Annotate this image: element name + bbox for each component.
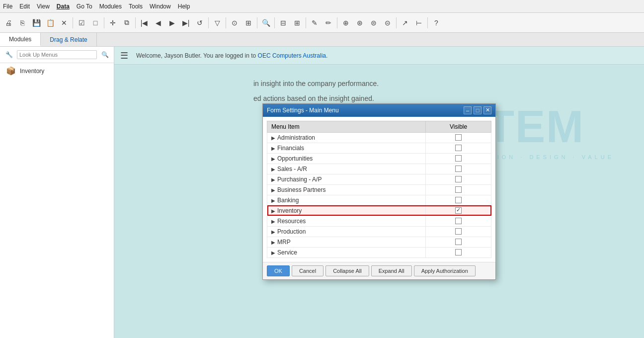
- form-settings-dialog: Form Settings - Main Menu – □ ✕ Men: [262, 103, 496, 280]
- ok-button[interactable]: OK: [267, 265, 290, 276]
- visible-cell[interactable]: [426, 195, 491, 205]
- expand-arrow-icon[interactable]: ▶: [271, 229, 275, 235]
- expand-arrow-icon[interactable]: ▶: [271, 240, 275, 245]
- menu-item-cell: ▶Production: [267, 226, 426, 237]
- expand-arrow-icon[interactable]: ▶: [271, 208, 275, 214]
- table-row: ▶Resources: [267, 216, 491, 226]
- visible-cell[interactable]: [426, 184, 491, 195]
- dialog-close[interactable]: ✕: [483, 106, 491, 114]
- visible-cell[interactable]: [426, 216, 491, 226]
- menu-item-label: Sales - A/R: [277, 166, 307, 172]
- toolbar-view2[interactable]: ⊞: [242, 16, 255, 29]
- toolbar-help[interactable]: ?: [430, 16, 443, 29]
- visible-cell[interactable]: [426, 132, 491, 143]
- collapse-all-button[interactable]: Collapse All: [325, 265, 369, 276]
- expand-all-button[interactable]: Expand All: [371, 265, 412, 276]
- checkbox[interactable]: [455, 228, 462, 235]
- apply-auth-button[interactable]: Apply Authorization: [414, 265, 476, 276]
- visible-cell[interactable]: [426, 237, 491, 247]
- visible-cell[interactable]: [426, 247, 491, 257]
- checkbox[interactable]: [455, 176, 462, 182]
- checkbox[interactable]: [455, 197, 462, 203]
- menu-help[interactable]: Help: [178, 3, 190, 10]
- search-input[interactable]: [17, 50, 97, 59]
- tab-drag-relate[interactable]: Drag & Relate: [41, 33, 96, 46]
- visible-cell[interactable]: [426, 153, 491, 164]
- toolbar-prev[interactable]: ◀: [152, 16, 164, 29]
- toolbar-sep-5: [226, 17, 226, 28]
- toolbar-add2[interactable]: ⊛: [353, 16, 366, 29]
- toolbar-rel1[interactable]: ⊜: [367, 16, 380, 29]
- visible-cell[interactable]: [426, 174, 491, 184]
- expand-arrow-icon[interactable]: ▶: [271, 187, 275, 193]
- dialog-restore[interactable]: □: [474, 106, 482, 114]
- inventory-icon: 📦: [6, 66, 16, 76]
- checkbox[interactable]: [455, 249, 462, 255]
- checkbox[interactable]: [455, 186, 462, 193]
- menu-view[interactable]: View: [37, 3, 50, 10]
- sidebar-item-inventory[interactable]: 📦 Inventory: [0, 63, 114, 79]
- hamburger-icon[interactable]: ☰: [120, 50, 128, 61]
- search-button[interactable]: 🔍: [99, 49, 111, 61]
- checkbox[interactable]: [455, 155, 462, 162]
- tab-modules[interactable]: Modules: [0, 33, 41, 46]
- expand-arrow-icon[interactable]: ▶: [271, 250, 275, 255]
- toolbar-refresh[interactable]: ↺: [193, 16, 206, 29]
- checkbox[interactable]: [455, 134, 462, 141]
- toolbar-filter[interactable]: ▽: [211, 16, 224, 29]
- expand-arrow-icon[interactable]: ▶: [271, 219, 275, 224]
- table-row: ▶Service: [267, 247, 491, 257]
- toolbar-move[interactable]: ✛: [106, 16, 119, 29]
- toolbar-add1[interactable]: ⊕: [339, 16, 352, 29]
- expand-arrow-icon[interactable]: ▶: [271, 198, 275, 203]
- toolbar-export2[interactable]: ⊢: [412, 16, 425, 29]
- menu-file[interactable]: File: [3, 3, 12, 10]
- checkbox[interactable]: [455, 218, 462, 224]
- toolbar-sep-11: [427, 17, 428, 28]
- checkbox[interactable]: [455, 239, 462, 245]
- visible-cell[interactable]: [426, 226, 491, 237]
- toolbar-sep-6: [257, 17, 257, 28]
- expand-arrow-icon[interactable]: ▶: [271, 156, 275, 162]
- menu-edit[interactable]: Edit: [19, 3, 30, 10]
- toolbar-search[interactable]: 🔍: [259, 16, 272, 29]
- toolbar-first[interactable]: |◀: [138, 16, 151, 29]
- top-bar: ☰ Welcome, Jayson Butler. You are logged…: [114, 47, 644, 65]
- toolbar-edit1[interactable]: ✎: [308, 16, 321, 29]
- toolbar-view1[interactable]: ⊙: [228, 16, 241, 29]
- menu-tools[interactable]: Tools: [129, 3, 143, 10]
- dialog-minimize[interactable]: –: [464, 106, 472, 114]
- toolbar-paste[interactable]: 📋: [44, 16, 57, 29]
- menu-modules[interactable]: Modules: [99, 3, 122, 10]
- cancel-button[interactable]: Cancel: [292, 265, 323, 276]
- menu-goto[interactable]: Go To: [77, 3, 92, 10]
- visible-cell[interactable]: [426, 164, 491, 174]
- toolbar-next[interactable]: ▶: [165, 16, 178, 29]
- toolbar-square[interactable]: □: [89, 16, 102, 29]
- menu-window[interactable]: Window: [150, 3, 171, 10]
- toolbar-close[interactable]: ✕: [58, 16, 71, 29]
- toolbar-func1[interactable]: ⊟: [277, 16, 290, 29]
- checkbox[interactable]: [455, 145, 462, 151]
- visible-cell[interactable]: ✓: [426, 205, 491, 216]
- toolbar-last[interactable]: ▶|: [179, 16, 192, 29]
- expand-arrow-icon[interactable]: ▶: [271, 167, 275, 172]
- toolbar-check[interactable]: ☑: [75, 16, 88, 29]
- toolbar-save[interactable]: 💾: [30, 16, 43, 29]
- checkbox[interactable]: [455, 166, 462, 172]
- company-link[interactable]: OEC Computers Australia: [258, 52, 326, 59]
- toolbar-rel2[interactable]: ⊝: [381, 16, 394, 29]
- menu-item-label: Administration: [277, 134, 315, 141]
- expand-arrow-icon[interactable]: ▶: [271, 146, 275, 151]
- menu-data[interactable]: Data: [57, 3, 70, 10]
- toolbar-grid[interactable]: ⧉: [120, 16, 133, 29]
- expand-arrow-icon[interactable]: ▶: [271, 135, 275, 141]
- checkbox[interactable]: ✓: [455, 207, 462, 214]
- toolbar-copy[interactable]: ⎘: [16, 16, 29, 29]
- visible-cell[interactable]: [426, 143, 491, 153]
- toolbar-func2[interactable]: ⊞: [291, 16, 304, 29]
- toolbar-export1[interactable]: ↗: [399, 16, 411, 29]
- expand-arrow-icon[interactable]: ▶: [271, 177, 275, 182]
- toolbar-print[interactable]: 🖨: [2, 16, 15, 29]
- toolbar-edit2[interactable]: ✏: [322, 16, 335, 29]
